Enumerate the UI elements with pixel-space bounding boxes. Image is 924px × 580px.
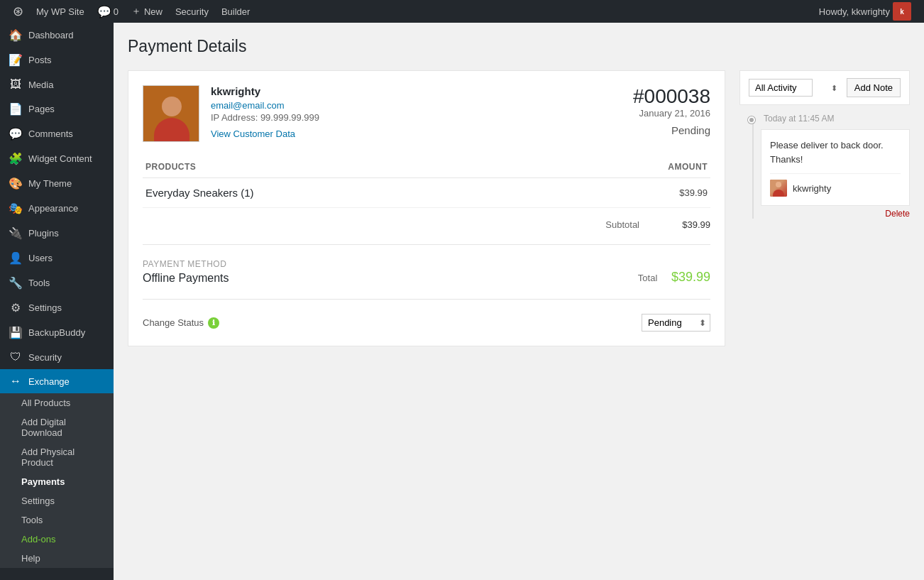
activity-filter-wrapper: All Activity	[749, 79, 841, 97]
sidebar-item-label: Pages	[28, 104, 55, 114]
sidebar-item-label: Media	[28, 80, 53, 90]
site-name-label: My WP Site	[36, 6, 84, 17]
sidebar-item-posts[interactable]: 📝 Posts	[0, 48, 114, 72]
customer-row: kkwrighty email@email.com IP Address: 99…	[143, 85, 319, 142]
security-icon: 🛡	[9, 351, 23, 363]
sidebar-item-exchange[interactable]: ↔ Exchange	[0, 369, 114, 393]
submenu-item-help[interactable]: Help	[0, 549, 114, 568]
activity-content: Today at 11:45 AM Please deliver to back…	[761, 114, 910, 219]
status-section: Change Status ℹ Pending Completed Refund…	[143, 299, 710, 332]
customer-order-row: kkwrighty email@email.com IP Address: 99…	[143, 85, 710, 142]
sidebar-item-appearance[interactable]: 🎭 Appearance	[0, 196, 114, 221]
note-avatar	[770, 180, 787, 197]
status-select-wrapper: Pending Completed Refunded Void	[642, 314, 710, 332]
sidebar-item-comments[interactable]: 💬 Comments	[0, 121, 114, 146]
appearance-icon: 🎭	[9, 202, 23, 215]
top-bar-left: ⊛ My WP Site 💬 0 ＋ New Security Builder	[7, 0, 819, 23]
exchange-submenu: All Products Add Digital Download Add Ph…	[0, 393, 114, 568]
widget-content-icon: 🧩	[9, 152, 23, 165]
note-author-row: kkwrighty	[770, 173, 901, 197]
submenu-item-all-products[interactable]: All Products	[0, 393, 114, 412]
subtotal-value: $39.99	[654, 219, 710, 230]
sidebar-item-label: Exchange	[28, 376, 70, 387]
note-card: Please deliver to back door. Thanks! kkw…	[761, 129, 910, 206]
customer-avatar-image	[143, 86, 199, 142]
site-name-item[interactable]: My WP Site	[31, 0, 90, 23]
submenu-item-payments[interactable]: Payments	[0, 472, 114, 491]
subtotal-row: Subtotal $39.99	[143, 219, 710, 230]
sidebar-item-pages[interactable]: 📄 Pages	[0, 97, 114, 121]
product-amount: $39.99	[549, 178, 710, 208]
customer-email: email@email.com	[211, 100, 319, 111]
submenu-item-add-ons[interactable]: Add-ons	[0, 530, 114, 549]
subtotal-label: Subtotal	[568, 219, 654, 230]
dashboard-icon: 🏠	[9, 28, 23, 42]
sidebar-item-plugins[interactable]: 🔌 Plugins	[0, 221, 114, 246]
submenu-item-add-digital-download[interactable]: Add Digital Download	[0, 412, 114, 442]
activity-timeline-wrap: Today at 11:45 AM Please deliver to back…	[739, 105, 910, 219]
comments-icon: 💬	[9, 127, 23, 141]
delete-note-link[interactable]: Delete	[761, 209, 910, 219]
tools-icon: 🔧	[9, 276, 23, 290]
sidebar-item-media[interactable]: 🖼 Media	[0, 72, 114, 97]
activity-header: All Activity Add Note	[739, 70, 910, 105]
top-bar: ⊛ My WP Site 💬 0 ＋ New Security Builder …	[0, 0, 924, 23]
plugins-icon: 🔌	[9, 226, 23, 240]
sidebar-item-label: Posts	[28, 55, 52, 65]
total-section: Total $39.99	[638, 270, 710, 285]
security-topbar-label: Security	[175, 6, 209, 17]
submenu-item-tools[interactable]: Tools	[0, 510, 114, 530]
new-item[interactable]: ＋ New	[126, 0, 168, 23]
activity-filter-select[interactable]: All Activity	[749, 79, 813, 97]
howdy-text: Howdy, kkwrighty	[819, 6, 890, 17]
builder-item[interactable]: Builder	[216, 0, 255, 23]
new-label: New	[144, 6, 163, 17]
customer-avatar	[143, 85, 199, 142]
order-date: January 21, 2016	[633, 108, 710, 119]
order-status: Pending	[633, 124, 710, 136]
sidebar-item-tools[interactable]: 🔧 Tools	[0, 270, 114, 295]
sidebar-item-label: Dashboard	[28, 30, 74, 40]
content-with-activity: kkwrighty email@email.com IP Address: 99…	[128, 70, 910, 361]
top-bar-right: Howdy, kkwrighty k	[819, 2, 917, 21]
payment-method-section: Payment Method Offline Payments Total $3…	[143, 244, 710, 285]
sidebar-item-dashboard[interactable]: 🏠 Dashboard	[0, 23, 114, 48]
sidebar-item-label: Plugins	[28, 228, 59, 239]
comment-bubble-icon: 💬	[97, 5, 111, 18]
user-avatar-small: k	[893, 2, 911, 21]
note-avatar-image	[770, 180, 787, 197]
status-info-icon[interactable]: ℹ	[208, 317, 219, 329]
total-value: $39.99	[671, 270, 710, 284]
layout: 🏠 Dashboard 📝 Posts 🖼 Media 📄 Pages 💬 Co…	[0, 23, 924, 580]
submenu-item-add-physical-product[interactable]: Add Physical Product	[0, 442, 114, 472]
sidebar-item-label: Tools	[28, 278, 50, 288]
table-header-row: Products Amount	[143, 156, 710, 178]
sidebar-item-label: Security	[28, 352, 62, 363]
add-note-button[interactable]: Add Note	[847, 78, 901, 97]
sidebar-item-settings[interactable]: ⚙ Settings	[0, 295, 114, 320]
customer-ip: IP Address: 99.999.99.999	[211, 112, 319, 123]
view-customer-link[interactable]: View Customer Data	[211, 128, 295, 139]
sidebar-item-my-theme[interactable]: 🎨 My Theme	[0, 171, 114, 196]
exchange-icon: ↔	[9, 375, 23, 388]
sidebar-item-security[interactable]: 🛡 Security	[0, 345, 114, 369]
sidebar: 🏠 Dashboard 📝 Posts 🖼 Media 📄 Pages 💬 Co…	[0, 23, 114, 580]
products-table: Products Amount Everyday Sneakers (1) $3…	[143, 156, 710, 208]
sidebar-item-widget-content[interactable]: 🧩 Widget Content	[0, 146, 114, 171]
comments-item[interactable]: 💬 0	[92, 0, 124, 23]
wp-logo-item[interactable]: ⊛	[7, 0, 29, 23]
sidebar-item-label: Widget Content	[28, 153, 92, 164]
sidebar-item-label: BackupBuddy	[28, 327, 85, 338]
builder-label: Builder	[221, 6, 250, 17]
security-topbar-item[interactable]: Security	[170, 0, 214, 23]
sidebar-item-backupbuddy[interactable]: 💾 BackupBuddy	[0, 320, 114, 345]
ip-label: IP Address:	[211, 112, 258, 123]
status-select[interactable]: Pending Completed Refunded Void	[642, 314, 710, 332]
order-info: #000038 January 21, 2016 Pending	[633, 85, 710, 136]
page-title: Payment Details	[128, 37, 910, 56]
submenu-item-settings[interactable]: Settings	[0, 491, 114, 510]
col-products: Products	[143, 156, 549, 178]
sidebar-item-users[interactable]: 👤 Users	[0, 246, 114, 270]
status-label: Change Status	[143, 317, 204, 328]
users-icon: 👤	[9, 251, 23, 265]
